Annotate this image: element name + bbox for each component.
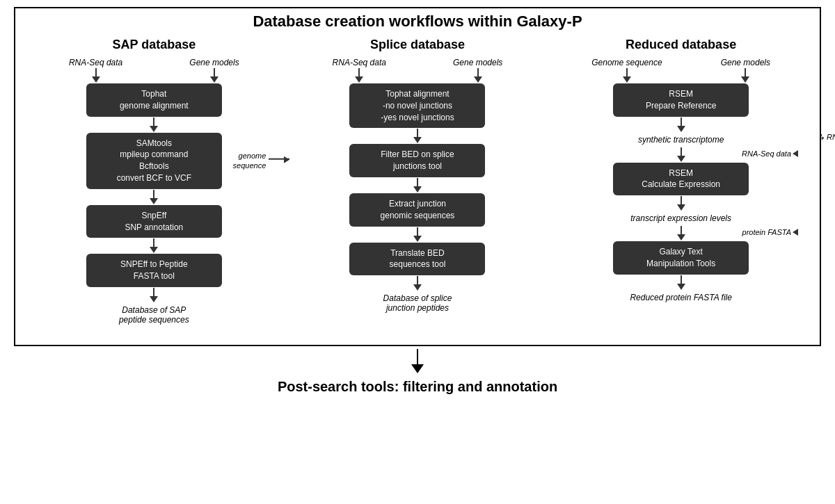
- sap-input-gene: Gene models: [189, 58, 239, 83]
- reduced-column: Reduced database Genome sequence Gene mo…: [562, 38, 800, 304]
- splice-gene-label: Gene models: [453, 58, 502, 67]
- sap-tool1: Tophatgenome alignment: [86, 83, 222, 117]
- splice-tool4: Translate BEDsequences tool: [349, 243, 485, 276]
- rna-seq-side-label: ↳ RNA-Seq data: [818, 133, 835, 142]
- reduced-tool3: Galaxy TextManipulation Tools: [613, 241, 749, 275]
- splice-tool2-wrapper: genomesequence Filter BED on splicejunct…: [299, 144, 536, 177]
- sap-input-rna: RNA-Seq data: [69, 58, 122, 83]
- reduced-arrow4: [677, 147, 685, 162]
- reduced-arrow3: [677, 117, 685, 132]
- sap-arrow4: [150, 190, 158, 204]
- bottom-spacer: [15, 327, 820, 346]
- reduced-arrow1: [623, 68, 631, 83]
- splice-arrow4: [413, 178, 422, 193]
- splice-input-rna: RNA-Seq data: [333, 58, 386, 83]
- sap-tool2: SAMtoolsmpileup commandBcftoolsconvert B…: [86, 133, 222, 189]
- splice-input-gene: Gene models: [453, 58, 502, 83]
- reduced-synth-transcriptome: synthetic transcriptome: [638, 135, 724, 145]
- rna-seq-side-wrapper: ↳ RNA-Seq data: [818, 133, 835, 142]
- splice-arrow1: [355, 68, 363, 83]
- sap-column: SAP database RNA-Seq data Gene models To…: [35, 38, 273, 327]
- rna-seq-arrow-label: RNA-Seq data: [742, 149, 791, 158]
- reduced-intermediate2-wrapper: transcript expression levels: [562, 211, 800, 225]
- reduced-arrow2: [741, 68, 749, 83]
- splice-rna-label: RNA-Seq data: [333, 58, 386, 67]
- reduced-tool1: RSEMPrepare Reference: [613, 83, 749, 117]
- sap-arrow3: [150, 117, 158, 132]
- sap-arrow5: [150, 238, 158, 253]
- reduced-title: Reduced database: [626, 38, 736, 52]
- splice-output: Database of splicejunction peptides: [383, 293, 452, 313]
- sap-gene-label: Gene models: [189, 58, 239, 67]
- sap-arrow2: [210, 68, 218, 83]
- reduced-genome-label: Genome sequence: [591, 58, 662, 67]
- sap-title: SAP database: [112, 38, 196, 52]
- reduced-transcript-levels: transcript expression levels: [630, 213, 731, 223]
- reduced-inputs-row: Genome sequence Gene models: [562, 58, 800, 83]
- reduced-arrow5: [677, 196, 685, 211]
- reduced-arrow7: [677, 275, 685, 290]
- reduced-arrow6: [677, 226, 685, 241]
- workflow-box: Database creation workflows within Galax…: [14, 7, 821, 346]
- reduced-output: Reduced protein FASTA file: [630, 293, 732, 302]
- sap-rna-label: RNA-Seq data: [69, 58, 122, 67]
- reduced-input-genome: Genome sequence: [591, 58, 662, 83]
- splice-tool1: Tophat alignment-no novel junctions-yes …: [349, 83, 485, 128]
- protein-fasta-label: protein FASTA: [742, 228, 792, 236]
- splice-arrow5: [413, 227, 422, 242]
- sap-arrow1: [92, 68, 100, 83]
- columns-container: SAP database RNA-Seq data Gene models To…: [15, 38, 820, 327]
- splice-arrow2: [474, 68, 482, 83]
- reduced-rna-merge: RNA-Seq data: [562, 147, 800, 163]
- main-container: Database creation workflows within Galax…: [0, 0, 835, 504]
- main-title: Database creation workflows within Galax…: [253, 13, 582, 31]
- reduced-tool2: RSEMCalculate Expression: [613, 163, 749, 196]
- sap-tool3: SnpEffSNP annotation: [86, 205, 222, 238]
- splice-arrow3: [413, 129, 422, 143]
- reduced-protein-merge: protein FASTA: [562, 225, 800, 241]
- splice-arrow6: [413, 276, 422, 291]
- post-search-title: Post-search tools: filtering and annotat…: [278, 379, 557, 395]
- splice-tool2: Filter BED on splicejunctions tool: [349, 144, 485, 177]
- sap-output: Database of SAPpeptide sequences: [119, 305, 189, 325]
- splice-column: Splice database RNA-Seq data Gene models…: [299, 38, 536, 315]
- splice-title: Splice database: [370, 38, 465, 52]
- sap-tool4: SNPEff to PeptideFASTA tool: [86, 254, 222, 287]
- genome-seq-label: genomesequence: [233, 151, 267, 171]
- splice-inputs-row: RNA-Seq data Gene models: [299, 58, 536, 83]
- sap-inputs-row: RNA-Seq data Gene models: [35, 58, 273, 83]
- genome-seq-arrow: [269, 158, 289, 163]
- rna-seq-arrow-wrapper: RNA-Seq data: [742, 149, 793, 158]
- protein-fasta-wrapper: protein FASTA: [742, 228, 793, 236]
- post-search-arrow: [411, 349, 424, 373]
- sap-arrow6: [150, 288, 158, 302]
- reduced-input-gene: Gene models: [721, 58, 770, 83]
- reduced-gene-label: Gene models: [721, 58, 770, 67]
- splice-tool3: Extract junctiongenomic sequences: [349, 193, 485, 227]
- genome-seq-wrapper: genomesequence: [233, 151, 290, 171]
- reduced-intermediate1-wrapper: synthetic transcriptome ↳ RNA-Seq data: [562, 133, 800, 147]
